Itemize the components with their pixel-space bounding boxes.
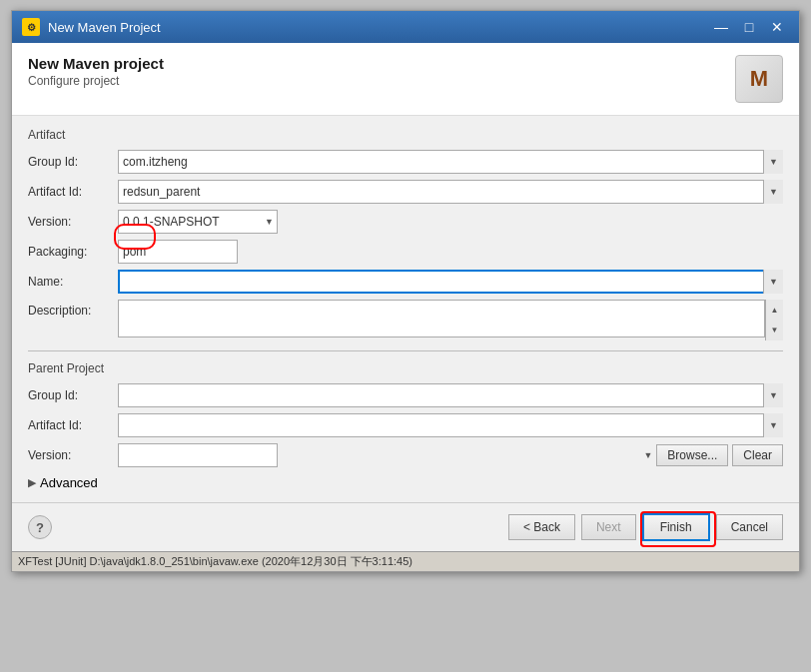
description-field-wrapper: ▲ ▼ [118, 300, 783, 340]
title-bar: ⚙ New Maven Project — □ ✕ [12, 11, 799, 43]
name-field-wrapper: ▼ [118, 270, 783, 294]
artifact-id-label: Artifact Id: [28, 185, 118, 199]
status-text: XFTest [JUnit] D:\java\jdk1.8.0_251\bin\… [18, 555, 412, 567]
description-scroll-buttons: ▲ ▼ [765, 300, 783, 340]
name-dropdown-btn[interactable]: ▼ [763, 270, 783, 294]
browse-button[interactable]: Browse... [656, 444, 728, 466]
artifact-id-field-wrapper: ▼ [118, 180, 783, 204]
advanced-row[interactable]: ▶ Advanced [28, 475, 783, 490]
group-id-row: Group Id: ▼ [28, 150, 783, 174]
help-button[interactable]: ? [28, 515, 52, 539]
description-scroll-down[interactable]: ▼ [766, 321, 783, 341]
name-input[interactable] [118, 270, 783, 294]
description-label: Description: [28, 300, 118, 318]
dialog-header-text: New Maven project Configure project [28, 55, 164, 88]
artifact-section-title: Artifact [28, 128, 783, 142]
title-bar-controls: — □ ✕ [709, 17, 789, 37]
packaging-select[interactable]: pom jar war [118, 240, 238, 264]
description-textarea[interactable] [118, 300, 765, 337]
dialog-header: New Maven project Configure project M [12, 43, 799, 116]
advanced-arrow-icon: ▶ [28, 476, 36, 489]
parent-version-select[interactable] [118, 443, 278, 467]
version-select[interactable]: 0.0.1-SNAPSHOT [118, 210, 278, 234]
minimize-button[interactable]: — [709, 17, 733, 37]
group-id-label: Group Id: [28, 155, 118, 169]
parent-group-id-row: Group Id: ▼ [28, 383, 783, 407]
artifact-id-dropdown-btn[interactable]: ▼ [763, 180, 783, 204]
parent-version-label: Version: [28, 448, 118, 462]
maven-icon: M [735, 55, 783, 103]
description-scroll-up[interactable]: ▲ [766, 300, 783, 321]
parent-section-title: Parent Project [28, 361, 783, 375]
footer-right: < Back Next Finish Cancel [508, 513, 783, 541]
footer-left: ? [28, 515, 52, 539]
finish-button[interactable]: Finish [642, 513, 710, 541]
parent-group-id-dropdown-btn[interactable]: ▼ [763, 383, 783, 407]
group-id-dropdown-btn[interactable]: ▼ [763, 150, 783, 174]
parent-group-id-input[interactable] [118, 383, 783, 407]
version-label: Version: [28, 215, 118, 229]
parent-artifact-id-input[interactable] [118, 413, 783, 437]
browse-clear-group: Browse... Clear [656, 444, 783, 466]
description-row: Description: ▲ ▼ [28, 300, 783, 340]
version-select-wrapper: 0.0.1-SNAPSHOT [118, 210, 278, 234]
artifact-id-row: Artifact Id: ▼ [28, 180, 783, 204]
group-id-input[interactable] [118, 150, 783, 174]
clear-button[interactable]: Clear [732, 444, 783, 466]
parent-group-id-label: Group Id: [28, 388, 118, 402]
main-window: ⚙ New Maven Project — □ ✕ New Maven proj… [11, 10, 800, 572]
name-label: Name: [28, 275, 118, 289]
parent-artifact-id-label: Artifact Id: [28, 418, 118, 432]
parent-version-row: Version: Browse... Clear [28, 443, 783, 467]
parent-version-select-wrapper [118, 443, 656, 467]
parent-group-id-field-wrapper: ▼ [118, 383, 783, 407]
advanced-label: Advanced [40, 475, 98, 490]
cancel-button[interactable]: Cancel [716, 514, 783, 540]
back-button[interactable]: < Back [508, 514, 575, 540]
parent-artifact-id-row: Artifact Id: ▼ [28, 413, 783, 437]
parent-artifact-id-dropdown-btn[interactable]: ▼ [763, 413, 783, 437]
window-title: New Maven Project [48, 20, 161, 35]
packaging-row: Packaging: pom jar war [28, 240, 783, 264]
status-bar: XFTest [JUnit] D:\java\jdk1.8.0_251\bin\… [12, 551, 799, 571]
packaging-label: Packaging: [28, 245, 118, 259]
packaging-select-wrapper: pom jar war [118, 240, 238, 264]
next-button[interactable]: Next [581, 514, 636, 540]
maximize-button[interactable]: □ [737, 17, 761, 37]
name-row: Name: ▼ [28, 270, 783, 294]
title-bar-left: ⚙ New Maven Project [22, 18, 161, 36]
dialog-title: New Maven project [28, 55, 164, 72]
dialog-footer: ? < Back Next Finish Cancel [12, 502, 799, 551]
dialog-subtitle: Configure project [28, 74, 164, 88]
dialog-body: Artifact Group Id: ▼ Artifact Id: ▼ Vers… [12, 116, 799, 502]
parent-artifact-id-field-wrapper: ▼ [118, 413, 783, 437]
group-id-field-wrapper: ▼ [118, 150, 783, 174]
close-button[interactable]: ✕ [765, 17, 789, 37]
version-row: Version: 0.0.1-SNAPSHOT [28, 210, 783, 234]
artifact-id-input[interactable] [118, 180, 783, 204]
window-icon: ⚙ [22, 18, 40, 36]
